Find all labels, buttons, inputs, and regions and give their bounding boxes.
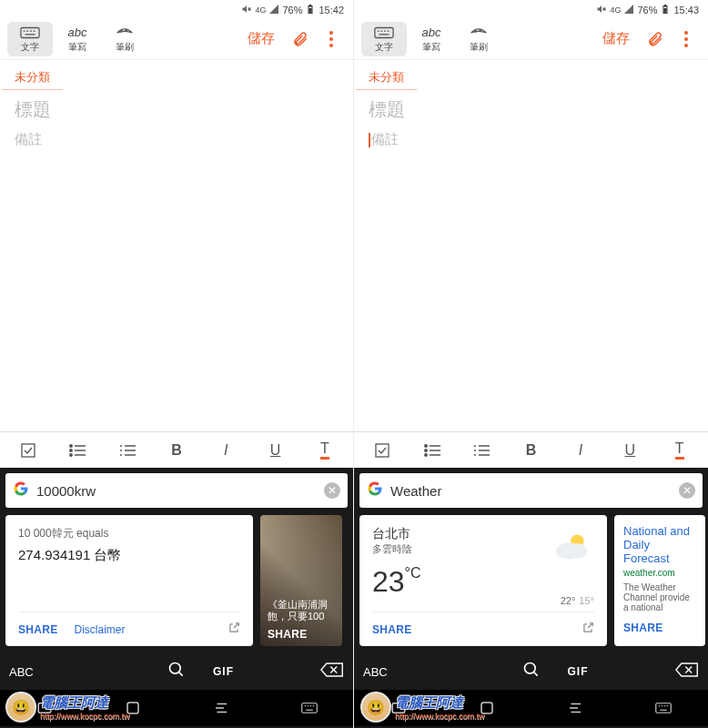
- battery-text: 76%: [637, 5, 657, 15]
- signal-icon: [623, 4, 634, 16]
- share-button[interactable]: SHARE: [372, 623, 412, 636]
- open-icon[interactable]: [582, 622, 594, 638]
- bullet-list-button[interactable]: [412, 434, 452, 467]
- google-g-icon: [13, 480, 29, 500]
- weather-card[interactable]: 台北市 多雲時陰 23°C 22°15° SHARE: [359, 515, 607, 646]
- search-key[interactable]: [167, 661, 186, 682]
- note-toolbar: 文字 abc 筆寫 筆刷 儲存: [0, 18, 353, 60]
- note-toolbar: 文字 abc 筆寫 筆刷 儲存: [354, 18, 708, 60]
- note-body[interactable]: [354, 152, 708, 431]
- svg-point-15: [70, 449, 72, 450]
- underline-button[interactable]: U: [256, 434, 296, 467]
- gif-key[interactable]: GIF: [568, 665, 589, 678]
- battery-icon: [305, 4, 316, 16]
- save-button[interactable]: 儲存: [593, 23, 639, 55]
- svg-point-13: [70, 444, 72, 446]
- search-text: Weather: [390, 483, 672, 499]
- open-icon[interactable]: [228, 622, 240, 638]
- abc-key[interactable]: ABC: [9, 665, 60, 679]
- svg-point-8: [126, 29, 127, 31]
- partly-cloudy-icon: [552, 530, 592, 566]
- handwrite-mode-button[interactable]: abc 筆寫: [55, 22, 100, 56]
- text-color-button[interactable]: T: [305, 434, 345, 467]
- converted-value: 274.934191 台幣: [18, 547, 240, 564]
- italic-button[interactable]: I: [206, 434, 246, 467]
- svg-rect-71: [656, 703, 672, 713]
- bold-button[interactable]: B: [157, 434, 197, 467]
- keyboard-switch-button[interactable]: [301, 702, 318, 714]
- checklist-button[interactable]: [362, 434, 402, 467]
- svg-line-26: [179, 672, 183, 676]
- gboard-search-row[interactable]: Weather ✕: [359, 473, 703, 508]
- keyboard-switch-button[interactable]: [655, 702, 672, 714]
- category-chip[interactable]: 未分類: [2, 60, 63, 90]
- more-button[interactable]: [672, 25, 701, 54]
- screen-right: 4G 76% 15:43 文字 abc 筆寫 筆刷 儲存 未分類 標題 備註 B…: [354, 0, 708, 728]
- keyboard-icon: [374, 25, 394, 41]
- gif-key[interactable]: GIF: [213, 665, 234, 678]
- keyboard-bottom-row: ABC GIF: [354, 653, 708, 690]
- svg-point-50: [424, 444, 426, 446]
- share-button[interactable]: SHARE: [268, 628, 335, 641]
- title-input[interactable]: 標題: [354, 90, 708, 127]
- disclaimer-link[interactable]: Disclaimer: [75, 623, 126, 636]
- share-button[interactable]: SHARE: [18, 623, 58, 636]
- brush-mode-button[interactable]: 筆刷: [456, 22, 501, 56]
- gboard-search-row[interactable]: 10000krw ✕: [5, 473, 348, 508]
- back-button[interactable]: [213, 700, 229, 716]
- signal-icon: [268, 4, 279, 16]
- bold-button[interactable]: B: [511, 434, 551, 467]
- weather-com-card[interactable]: National and Daily Forecast weather.com …: [614, 515, 705, 646]
- category-chip[interactable]: 未分類: [356, 60, 417, 90]
- clear-search-button[interactable]: ✕: [679, 482, 695, 499]
- save-button[interactable]: 儲存: [238, 23, 284, 55]
- keyboard-area: 10000krw ✕ 10 000韓元 equals 274.934191 台幣…: [0, 468, 353, 728]
- share-button[interactable]: SHARE: [623, 622, 663, 634]
- watermark-avatar-icon: 😃: [360, 692, 391, 723]
- battery-icon: [660, 4, 671, 16]
- note-input[interactable]: 備註: [0, 127, 353, 152]
- svg-point-64: [568, 543, 588, 558]
- attach-button[interactable]: [286, 25, 315, 54]
- wc-source: weather.com: [623, 568, 696, 578]
- checklist-button[interactable]: [8, 434, 48, 467]
- number-list-button[interactable]: [107, 434, 147, 467]
- number-list-button[interactable]: [461, 434, 501, 467]
- title-input[interactable]: 標題: [0, 90, 353, 127]
- brush-mode-button[interactable]: 筆刷: [102, 22, 147, 56]
- svg-rect-12: [22, 444, 35, 457]
- italic-button[interactable]: I: [561, 434, 601, 467]
- abc-key[interactable]: ABC: [363, 665, 414, 679]
- note-body[interactable]: [0, 152, 353, 431]
- image-result-card[interactable]: 《釜山南浦洞飽，只要100 SHARE: [260, 515, 342, 646]
- handwrite-mode-button[interactable]: abc 筆寫: [409, 22, 454, 56]
- mute-icon: [596, 4, 607, 16]
- attach-button[interactable]: [641, 25, 670, 54]
- underline-button[interactable]: U: [610, 434, 650, 467]
- battery-text: 76%: [282, 5, 302, 15]
- back-button[interactable]: [567, 700, 583, 716]
- wc-title: National and Daily Forecast: [623, 524, 696, 565]
- svg-rect-37: [664, 8, 667, 13]
- currency-card[interactable]: 10 000韓元 equals 274.934191 台幣 SHARE Disc…: [5, 515, 253, 646]
- backspace-key[interactable]: [320, 662, 344, 682]
- bullet-list-button[interactable]: [57, 434, 97, 467]
- search-key[interactable]: [522, 661, 541, 682]
- status-bar: 4G 76% 15:43: [354, 0, 708, 18]
- clock-text: 15:42: [319, 5, 344, 15]
- format-bar: B I U T: [354, 431, 708, 468]
- text-mode-button[interactable]: 文字: [361, 22, 407, 56]
- text-color-button[interactable]: T: [660, 434, 700, 467]
- note-input[interactable]: 備註: [354, 127, 708, 152]
- status-bar: 4G 76% 15:42: [0, 0, 353, 18]
- weather-hi-lo: 22°15°: [561, 595, 594, 606]
- svg-point-46: [684, 31, 688, 35]
- abc-icon: abc: [68, 25, 87, 41]
- backspace-key[interactable]: [675, 662, 699, 682]
- svg-rect-31: [301, 703, 317, 713]
- clear-search-button[interactable]: ✕: [324, 482, 340, 499]
- text-mode-button[interactable]: 文字: [7, 22, 53, 56]
- watermark-avatar-icon: 😃: [5, 692, 36, 723]
- more-button[interactable]: [317, 25, 346, 54]
- palette-icon: [470, 25, 488, 41]
